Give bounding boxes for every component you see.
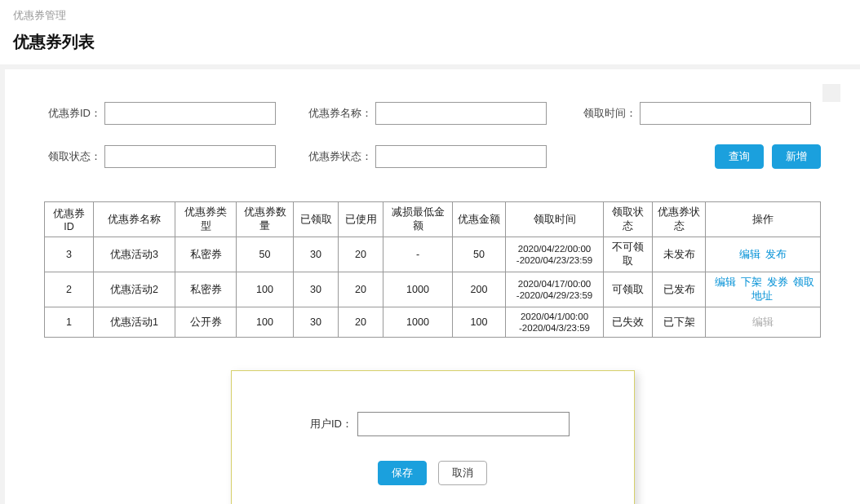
cell-coupon-status: 已下架 <box>653 307 706 338</box>
main-outer: 优惠券ID： 优惠券名称： 领取时间： 领取状态： 优惠券状态： 查询 新 <box>0 64 860 504</box>
th-coupon-amount: 优惠金额 <box>453 202 506 237</box>
cell-claim-status: 已失效 <box>604 307 653 338</box>
cell-qty: 100 <box>237 272 294 307</box>
filter-actions: 查询 新增 <box>715 144 821 169</box>
cell-qty: 100 <box>237 307 294 338</box>
cell-id: 1 <box>45 307 94 338</box>
filter-coupon-name: 优惠券名称： <box>308 102 547 125</box>
cell-qty: 50 <box>237 237 294 272</box>
cell-claim-time: 2020/04/17/00:00-2020/04/29/23:59 <box>506 272 604 307</box>
coupon-name-label: 优惠券名称： <box>308 106 372 121</box>
table-header-row: 优惠券ID 优惠券名称 优惠券类型 优惠券数量 已领取 已使用 减损最低金额 优… <box>45 202 821 237</box>
cell-used: 20 <box>339 307 383 338</box>
coupon-name-input[interactable] <box>375 102 547 125</box>
op-link-下架[interactable]: 下架 <box>741 276 762 288</box>
table-row: 2优惠活动2私密券100302010002002020/04/17/00:00-… <box>45 272 821 307</box>
cell-id: 3 <box>45 237 94 272</box>
claim-time-input[interactable] <box>640 102 811 125</box>
cell-name: 优惠活动2 <box>94 272 175 307</box>
modal-wrap: 用户ID： 保存 取消 <box>44 370 821 504</box>
cell-type: 私密券 <box>175 272 237 307</box>
cell-coupon_amount: 100 <box>453 307 506 338</box>
th-coupon-status: 优惠券状态 <box>653 202 706 237</box>
cell-claim-status: 不可领取 <box>604 237 653 272</box>
cell-id: 2 <box>45 272 94 307</box>
op-link-编辑: 编辑 <box>752 316 774 328</box>
coupon-status-input[interactable] <box>375 145 547 168</box>
panel-corner-indicator <box>822 84 840 102</box>
cell-claimed: 30 <box>294 237 339 272</box>
cell-claim-status: 可领取 <box>604 272 653 307</box>
th-claim-time: 领取时间 <box>506 202 604 237</box>
th-claim-status: 领取状态 <box>604 202 653 237</box>
cell-min_amount: - <box>383 237 453 272</box>
table-row: 1优惠活动1公开券100302010001002020/04/1/00:00-2… <box>45 307 821 338</box>
cell-ops: 编辑下架发券领取地址 <box>706 272 821 307</box>
search-button[interactable]: 查询 <box>715 144 764 169</box>
filter-coupon-status: 优惠券状态： <box>308 145 547 168</box>
th-type: 优惠券类型 <box>175 202 237 237</box>
cell-claim-time: 2020/04/1/00:00-2020/04/3/23:59 <box>506 307 604 338</box>
th-ops: 操作 <box>706 202 821 237</box>
th-id: 优惠券ID <box>45 202 94 237</box>
coupon-status-label: 优惠券状态： <box>308 149 372 164</box>
op-link-发布[interactable]: 发布 <box>765 249 787 260</box>
th-qty: 优惠券数量 <box>237 202 294 237</box>
th-name: 优惠券名称 <box>94 202 175 237</box>
th-claimed: 已领取 <box>294 202 339 237</box>
table-row: 3优惠活动3私密券503020-502020/04/22/00:00-2020/… <box>45 237 821 272</box>
cell-type: 私密券 <box>175 237 237 272</box>
cancel-button[interactable]: 取消 <box>438 461 487 485</box>
claim-time-label: 领取时间： <box>579 106 636 121</box>
cell-name: 优惠活动1 <box>94 307 175 338</box>
filter-claim-time: 领取时间： <box>579 102 811 125</box>
cell-ops: 编辑 <box>706 307 821 338</box>
th-min-amount: 减损最低金额 <box>383 202 453 237</box>
cell-coupon_amount: 200 <box>453 272 506 307</box>
op-link-编辑[interactable]: 编辑 <box>739 249 760 260</box>
coupon-id-label: 优惠券ID： <box>44 106 101 121</box>
op-link-发券[interactable]: 发券 <box>767 276 788 288</box>
coupon-table: 优惠券ID 优惠券名称 优惠券类型 优惠券数量 已领取 已使用 减损最低金额 优… <box>44 201 821 338</box>
cell-ops: 编辑发布 <box>706 237 821 272</box>
panel: 优惠券ID： 优惠券名称： 领取时间： 领取状态： 优惠券状态： 查询 新 <box>24 69 840 504</box>
cell-used: 20 <box>339 272 383 307</box>
claim-status-label: 领取状态： <box>44 149 101 164</box>
th-used: 已使用 <box>339 202 383 237</box>
filters: 优惠券ID： 优惠券名称： 领取时间： 领取状态： 优惠券状态： 查询 新 <box>44 102 821 169</box>
cell-coupon_amount: 50 <box>453 237 506 272</box>
coupon-id-input[interactable] <box>104 102 276 125</box>
op-link-编辑[interactable]: 编辑 <box>715 276 736 288</box>
cell-min_amount: 1000 <box>383 272 453 307</box>
breadcrumb: 优惠券管理 <box>0 0 860 26</box>
filter-coupon-id: 优惠券ID： <box>44 102 276 125</box>
save-button[interactable]: 保存 <box>378 461 427 485</box>
user-id-label: 用户ID： <box>295 417 352 431</box>
page-title: 优惠券列表 <box>0 26 860 64</box>
user-id-modal: 用户ID： 保存 取消 <box>231 370 635 504</box>
cell-min_amount: 1000 <box>383 307 453 338</box>
cell-used: 20 <box>339 237 383 272</box>
add-button[interactable]: 新增 <box>772 144 821 169</box>
modal-actions: 保存 取消 <box>256 461 610 485</box>
cell-claim-time: 2020/04/22/00:00-2020/04/23/23:59 <box>506 237 604 272</box>
modal-user-id-row: 用户ID： <box>256 412 610 436</box>
cell-coupon-status: 已发布 <box>653 272 706 307</box>
cell-coupon-status: 未发布 <box>653 237 706 272</box>
user-id-input[interactable] <box>357 412 570 436</box>
filter-claim-status: 领取状态： <box>44 145 276 168</box>
cell-type: 公开券 <box>175 307 237 338</box>
cell-claimed: 30 <box>294 272 339 307</box>
claim-status-input[interactable] <box>104 145 276 168</box>
cell-claimed: 30 <box>294 307 339 338</box>
cell-name: 优惠活动3 <box>94 237 175 272</box>
